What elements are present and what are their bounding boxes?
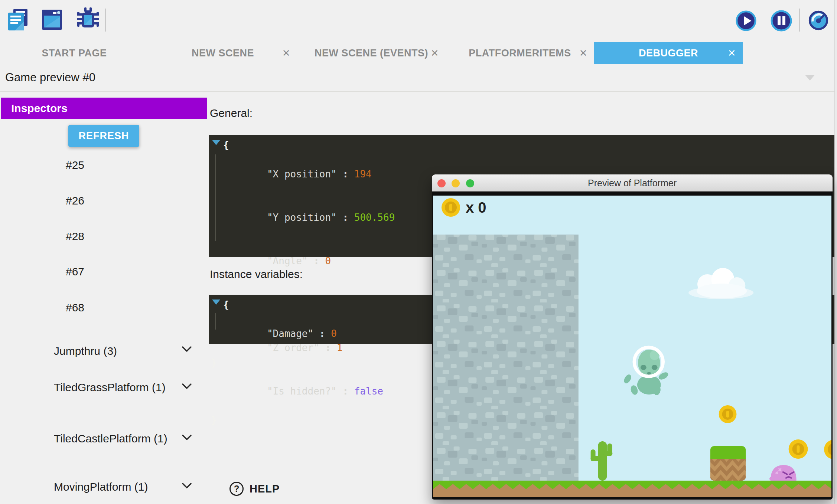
group-tiledgrassplatform[interactable]: TiledGrassPlatform (1)	[54, 380, 176, 395]
help-button[interactable]: ? HELP	[229, 482, 280, 496]
coin-hud: x 0	[441, 198, 486, 217]
chevron-down-icon[interactable]	[182, 434, 192, 442]
json-value: 194	[354, 168, 372, 180]
tab-new-scene[interactable]: NEW SCENE ✕	[149, 42, 297, 64]
tab-close-icon[interactable]: ✕	[282, 48, 290, 59]
maximize-button[interactable]	[466, 179, 474, 187]
main-toolbar	[0, 0, 837, 42]
chevron-down-icon[interactable]	[182, 383, 192, 391]
gdevelop-window: START PAGE NEW SCENE ✕ NEW SCENE (EVENTS…	[0, 0, 837, 504]
inspector-item-68[interactable]: #68	[66, 301, 84, 314]
coin	[824, 440, 831, 459]
debugger-icon[interactable]	[76, 7, 100, 33]
coin-count: x 0	[466, 199, 486, 216]
open-brace: {	[223, 140, 229, 151]
preview-selector-row[interactable]: Game preview #0	[0, 64, 837, 92]
help-label: HELP	[250, 483, 280, 495]
game-viewport[interactable]: x 0	[433, 196, 831, 497]
inspector-item-26[interactable]: #26	[66, 194, 84, 207]
project-manager-icon[interactable]	[7, 8, 29, 33]
play-icon[interactable]	[735, 10, 757, 33]
inspector-item-28[interactable]: #28	[66, 230, 84, 243]
pause-icon[interactable]	[770, 10, 792, 33]
preview-titlebar[interactable]: Preview of Platformer	[432, 174, 833, 192]
open-brace: {	[223, 299, 229, 310]
grass-platform-block	[708, 446, 750, 484]
group-tiledcastleplatform[interactable]: TiledCastlePlatform (1)	[54, 431, 176, 446]
tab-close-icon[interactable]: ✕	[728, 48, 736, 59]
json-value: 0	[331, 328, 337, 339]
tab-platformeritems[interactable]: PLATFORMERITEMS ✕	[446, 42, 594, 64]
inspector-item-67[interactable]: #67	[66, 265, 84, 278]
cloud	[688, 268, 753, 299]
ground	[433, 481, 831, 497]
refresh-button[interactable]: REFRESH	[68, 125, 139, 147]
tab-label: START PAGE	[42, 48, 107, 59]
tab-label: PLATFORMERITEMS	[469, 48, 571, 59]
toolbar-divider	[105, 9, 106, 32]
profiler-icon[interactable]	[808, 10, 829, 32]
tab-new-scene-events[interactable]: NEW SCENE (EVENTS) ✕	[297, 42, 446, 64]
close-brace: }	[211, 357, 217, 368]
cactus	[591, 441, 613, 481]
preview-window-title: Preview of Platformer	[432, 174, 833, 192]
tab-label: NEW SCENE	[192, 48, 254, 59]
game-scene	[433, 196, 831, 497]
tab-debugger[interactable]: DEBUGGER ✕	[594, 42, 743, 64]
json-value: 500.569	[354, 212, 395, 223]
instance-variables-heading: Instance variables:	[210, 268, 303, 281]
castle-wall	[433, 235, 579, 481]
chevron-down-icon[interactable]	[182, 346, 192, 354]
json-value: false	[354, 386, 383, 397]
close-brace: }	[211, 415, 217, 426]
preview-window: Preview of Platformer	[432, 174, 833, 500]
close-button[interactable]	[437, 179, 446, 187]
toolbar-divider-right	[799, 9, 800, 32]
coin-icon	[441, 198, 460, 217]
inspectors-header: Inspectors	[1, 98, 207, 119]
question-mark-icon: ?	[229, 482, 244, 496]
preview-selector-label: Game preview #0	[5, 71, 95, 84]
coin	[789, 439, 808, 459]
player-character	[623, 347, 670, 396]
chevron-down-icon[interactable]	[182, 482, 192, 491]
tab-close-icon[interactable]: ✕	[431, 48, 439, 59]
minimize-button[interactable]	[452, 179, 460, 187]
window-top-strip	[433, 192, 831, 196]
tab-label: DEBUGGER	[639, 48, 698, 59]
tab-close-icon[interactable]: ✕	[579, 48, 587, 59]
general-heading: General:	[210, 107, 253, 120]
group-jumpthru[interactable]: Jumpthru (3)	[54, 344, 176, 358]
scrollbar[interactable]	[834, 0, 837, 504]
coin	[719, 405, 737, 423]
scene-editor-icon[interactable]	[42, 9, 63, 32]
tab-bar: START PAGE NEW SCENE ✕ NEW SCENE (EVENTS…	[0, 42, 837, 64]
tab-start-page[interactable]: START PAGE	[0, 42, 149, 64]
chevron-down-icon[interactable]	[805, 75, 815, 81]
slime-enemy	[769, 465, 797, 481]
inspector-item-25[interactable]: #25	[66, 159, 84, 171]
json-value: 0	[325, 255, 331, 266]
tab-label: NEW SCENE (EVENTS)	[315, 48, 428, 59]
group-movingplatform[interactable]: MovingPlatform (1)	[54, 480, 176, 494]
